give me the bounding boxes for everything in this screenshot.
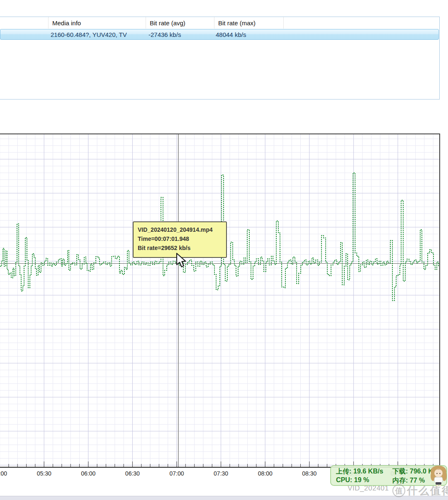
column-header-media-info[interactable]: Media info: [49, 17, 146, 29]
mouse-pointer-icon: [176, 253, 188, 268]
x-axis-label: 07:00: [169, 470, 184, 477]
file-list-panel: Media info Bit rate (avg) Bit rate (max)…: [0, 17, 440, 100]
column-header-bitrate-avg[interactable]: Bit rate (avg): [146, 17, 214, 29]
tooltip-bitrate: Bit rate=29652 kb/s: [138, 243, 226, 252]
x-axis-label: 05:00: [0, 470, 7, 477]
x-axis-label: 08:30: [302, 470, 317, 477]
bitrate-plot[interactable]: [0, 134, 439, 468]
mascot-image: [429, 465, 448, 487]
column-header-bitrate-max[interactable]: Bit rate (max): [214, 17, 284, 29]
column-header-label: Bit rate (avg): [150, 19, 185, 27]
x-axis-label: 06:30: [125, 470, 140, 477]
column-header-label: Media info: [52, 19, 81, 27]
x-axis-label: 05:30: [37, 470, 51, 477]
cpu-usage: CPU: 19 %: [336, 476, 369, 484]
watermark-logo-icon: 值: [392, 484, 405, 497]
cell-bitrate-max: 48044 kb/s: [215, 31, 284, 38]
tooltip-time: Time=00:07:01.948: [138, 234, 226, 243]
upload-speed: 上传: 19.6 KB/s: [336, 467, 383, 476]
x-axis-label: 08:00: [258, 470, 273, 477]
column-header-spacer: [284, 17, 439, 29]
cell-bitrate-avg: -27436 kb/s: [146, 31, 215, 38]
table-row-selected[interactable]: 2160-60.484?, YUV420, TV -27436 kb/s 480…: [0, 29, 439, 40]
cell-media-info: 2160-60.484?, YUV420, TV: [49, 31, 146, 38]
column-header-name: [0, 17, 49, 29]
tooltip-filename: VID_20240120_204914.mp4: [138, 225, 226, 234]
column-header-label: Bit rate (max): [218, 19, 256, 27]
bottom-bar: [0, 496, 448, 500]
bitrate-graph-panel[interactable]: [0, 133, 440, 468]
bitrate-tooltip: VID_20240120_204914.mp4 Time=00:07:01.94…: [133, 221, 227, 258]
x-axis-label: 07:30: [214, 470, 228, 477]
x-axis-label: 06:00: [81, 470, 95, 477]
file-list-header: Media info Bit rate (avg) Bit rate (max): [0, 17, 439, 29]
